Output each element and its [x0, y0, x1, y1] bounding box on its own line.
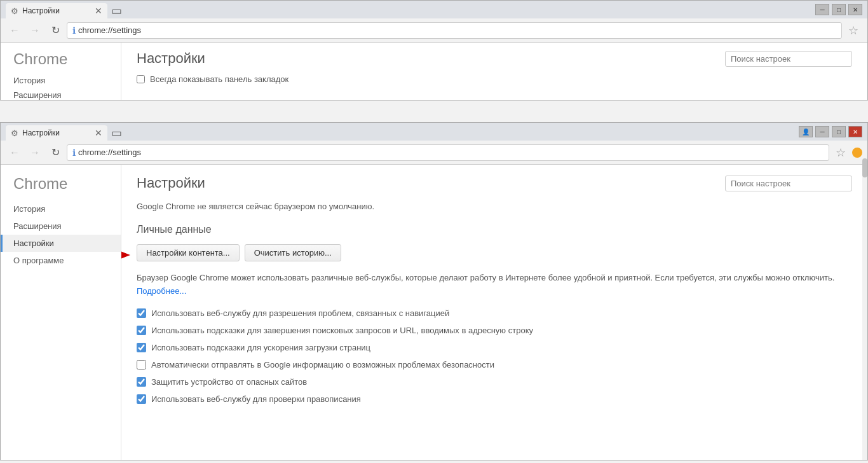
default-browser-notice: Google Chrome не является сейчас браузер… [137, 202, 852, 211]
sidebar-item-history[interactable]: История [1, 200, 121, 218]
personal-data-section-title: Личные данные [137, 224, 852, 235]
checkbox-item-4: Защитить устройство от опасных сайтов [137, 377, 852, 387]
new-tab-btn-1[interactable]: ▭ [107, 3, 125, 18]
clear-history-btn[interactable]: Очистить историю... [245, 244, 341, 261]
back-btn-2[interactable]: ← [6, 144, 24, 162]
checkbox-label-2: Использовать подсказки для ускорения заг… [151, 343, 370, 352]
checkbox-label-0: Использовать веб-службу для разрешения п… [151, 308, 449, 318]
reload-btn-2[interactable]: ↻ [46, 144, 64, 162]
win-maximize-2[interactable]: □ [832, 126, 846, 137]
notification-dot [852, 148, 862, 158]
win-minimize-2[interactable]: ─ [815, 126, 829, 137]
checkbox-5[interactable] [137, 394, 146, 404]
sidebar-logo-2: Chrome [1, 175, 121, 200]
checkbox-label-5: Использовать веб-службу для проверки пра… [151, 394, 361, 404]
toolbar-2: ← → ↻ ℹ chrome://settings ☆ [1, 141, 867, 165]
main-settings-content: Настройки Google Chrome не является сейч… [121, 165, 867, 460]
sidebar-item-extensions-1[interactable]: Расширения [13, 88, 108, 100]
checkboxes-list: Использовать веб-службу для разрешения п… [137, 308, 852, 404]
learn-more-link[interactable]: Подробнее... [137, 286, 186, 296]
gear-icon: ⚙ [11, 6, 18, 16]
google-services-description: Браузер Google Chrome может использовать… [137, 272, 852, 298]
close-tab-2[interactable]: ✕ [95, 128, 102, 137]
sidebar-item-settings[interactable]: Настройки [1, 235, 121, 252]
toolbar-1: ← → ↻ ℹ chrome://settings ☆ [1, 18, 867, 43]
background-window: ⚙ Настройки ✕ ▭ ─ □ ✕ ← → ↻ ℹ chrome://s… [0, 0, 868, 100]
arrow-svg [121, 245, 130, 265]
scrollbar-thumb[interactable] [862, 158, 867, 177]
win-minimize-1[interactable]: ─ [815, 4, 829, 15]
scrollbar-track[interactable] [862, 158, 867, 460]
main-window: ⚙ Настройки ✕ ▭ 👤 ─ □ ✕ ← → ↻ ℹ chrome:/… [0, 122, 868, 460]
close-tab-1[interactable]: ✕ [95, 6, 102, 15]
checkbox-1[interactable] [137, 326, 146, 335]
reload-btn-1[interactable]: ↻ [46, 22, 64, 39]
settings-title-2: Настройки [137, 175, 725, 191]
checkbox-item-0: Использовать веб-службу для разрешения п… [137, 308, 852, 318]
bookmark-bar-label-1: Всегда показывать панель закладок [150, 74, 288, 84]
tab-label-2: Настройки [22, 128, 60, 137]
content-settings-btn[interactable]: Настройки контента... [137, 244, 240, 261]
red-arrow [121, 245, 130, 265]
window-controls-1: ─ □ ✕ [815, 4, 862, 15]
bookmark-btn-1[interactable]: ☆ [844, 22, 862, 39]
win-profile-2[interactable]: 👤 [799, 126, 813, 137]
win-close-2[interactable]: ✕ [848, 126, 862, 137]
window-controls-2: 👤 ─ □ ✕ [799, 126, 862, 137]
button-row: Настройки контента... Очистить историю..… [137, 244, 852, 261]
checkbox-0[interactable] [137, 308, 146, 318]
checkbox-item-2: Использовать подсказки для ускорения заг… [137, 343, 852, 352]
bookmark-bar-checkbox-1[interactable] [137, 75, 145, 83]
checkbox-label-3: Автоматически отправлять в Google информ… [151, 360, 494, 370]
checkbox-item-1: Использовать подсказки для завершения по… [137, 326, 852, 335]
bookmark-btn-2[interactable]: ☆ [832, 144, 850, 162]
search-settings-input[interactable] [725, 176, 852, 191]
win-close-1[interactable]: ✕ [848, 4, 862, 15]
checkbox-item-3: Автоматически отправлять в Google информ… [137, 360, 852, 370]
url-text-2: chrome://settings [78, 148, 824, 157]
tab-strip-2: ⚙ Настройки ✕ ▭ [6, 123, 125, 141]
sidebar-item-extensions[interactable]: Расширения [1, 218, 121, 235]
tab-2[interactable]: ⚙ Настройки ✕ [6, 125, 107, 141]
sidebar-item-history-1[interactable]: История [13, 73, 108, 88]
title-bar-2: ⚙ Настройки ✕ ▭ 👤 ─ □ ✕ [1, 123, 867, 141]
address-bar-1[interactable]: ℹ chrome://settings [67, 22, 842, 39]
win-maximize-1[interactable]: □ [832, 4, 846, 15]
checkbox-label-1: Использовать подсказки для завершения по… [151, 326, 533, 335]
forward-btn-1[interactable]: → [26, 22, 44, 39]
svg-marker-0 [121, 249, 130, 261]
checkbox-2[interactable] [137, 343, 146, 352]
gear-icon-2: ⚙ [11, 128, 18, 138]
new-tab-btn-2[interactable]: ▭ [107, 125, 125, 141]
address-bar-2[interactable]: ℹ chrome://settings [67, 144, 829, 161]
browser-content: Chrome История Расширения Настройки О пр… [1, 165, 867, 460]
checkbox-item-5: Использовать веб-службу для проверки пра… [137, 394, 852, 404]
tab-1[interactable]: ⚙ Настройки ✕ [6, 3, 107, 18]
sidebar-item-about[interactable]: О программе [1, 252, 121, 269]
back-btn-1[interactable]: ← [6, 22, 24, 39]
sidebar-logo-1: Chrome [13, 50, 108, 68]
tab-label-1: Настройки [22, 6, 60, 15]
checkbox-label-4: Защитить устройство от опасных сайтов [151, 377, 307, 387]
forward-btn-2[interactable]: → [26, 144, 44, 162]
tab-strip-1: ⚙ Настройки ✕ ▭ [6, 1, 125, 18]
url-text-1: chrome://settings [78, 25, 836, 35]
search-input-1[interactable] [725, 51, 852, 67]
info-icon-2: ℹ [72, 148, 76, 158]
settings-title-1: Настройки [137, 50, 725, 67]
settings-header-2: Настройки [137, 175, 852, 191]
title-bar-1: ⚙ Настройки ✕ ▭ ─ □ ✕ [1, 1, 867, 18]
sidebar-2: Chrome История Расширения Настройки О пр… [1, 165, 121, 460]
checkbox-4[interactable] [137, 377, 146, 387]
info-icon-1: ℹ [72, 25, 76, 36]
checkbox-3[interactable] [137, 360, 146, 370]
